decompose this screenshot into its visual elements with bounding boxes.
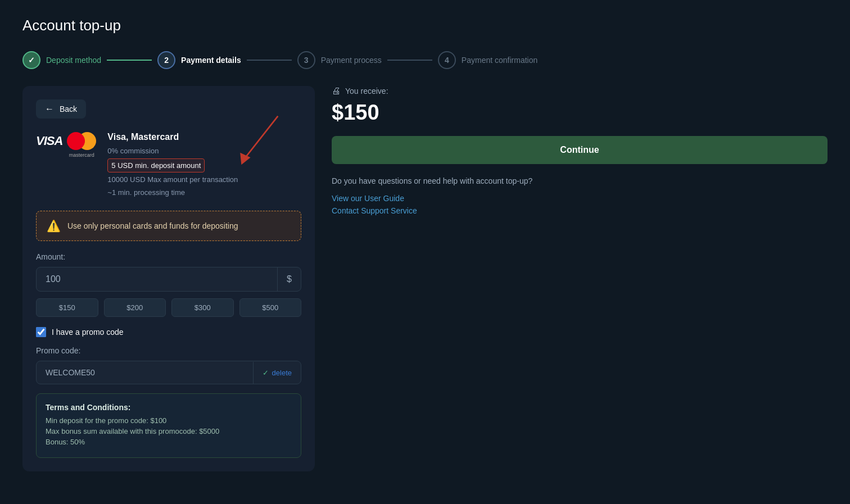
mastercard-logo: mastercard bbox=[67, 132, 96, 150]
promo-input[interactable] bbox=[37, 361, 253, 384]
step-1-circle: ✓ bbox=[22, 51, 40, 69]
currency-symbol: $ bbox=[277, 267, 301, 291]
back-arrow-icon: ← bbox=[45, 104, 54, 114]
receive-icon: 🖨 bbox=[332, 86, 341, 96]
left-panel: ← Back VISA mastercard Visa, Mastercard … bbox=[22, 86, 315, 471]
commission-text: 0% commission bbox=[107, 146, 301, 157]
promo-code-label: Promo code: bbox=[36, 346, 301, 355]
step-2-label: Payment details bbox=[181, 56, 241, 65]
connector-2 bbox=[247, 60, 292, 61]
amount-label: Amount: bbox=[36, 252, 301, 261]
card-info: VISA mastercard Visa, Mastercard 0% comm… bbox=[36, 132, 301, 199]
warning-text: Use only personal cards and funds for de… bbox=[67, 221, 238, 230]
step-4-label: Payment confirmation bbox=[462, 56, 537, 65]
visa-logo: VISA bbox=[36, 134, 62, 148]
step-4-circle: 4 bbox=[438, 51, 456, 69]
card-logos: VISA mastercard bbox=[36, 132, 96, 150]
min-deposit-highlight: 5 USD min. deposit amount bbox=[107, 158, 205, 173]
quick-amount-150[interactable]: $150 bbox=[36, 298, 98, 317]
mc-label: mastercard bbox=[67, 152, 96, 158]
terms-item-1: Max bonus sum available with this promoc… bbox=[46, 427, 292, 435]
delete-label: delete bbox=[272, 369, 292, 377]
step-3-circle: 3 bbox=[297, 51, 315, 69]
quick-amount-500[interactable]: $500 bbox=[239, 298, 302, 317]
terms-title: Terms and Conditions: bbox=[46, 403, 292, 412]
step-2: 2 Payment details bbox=[157, 51, 241, 69]
step-2-circle: 2 bbox=[157, 51, 175, 69]
min-deposit-text: 5 USD min. deposit amount bbox=[107, 158, 301, 173]
stepper: ✓ Deposit method 2 Payment details 3 Pay… bbox=[22, 51, 828, 69]
receive-label: 🖨 You receive: bbox=[332, 86, 828, 96]
terms-box: Terms and Conditions: Min deposit for th… bbox=[36, 393, 301, 458]
delete-promo-button[interactable]: ✓ delete bbox=[253, 362, 301, 384]
card-details: Visa, Mastercard 0% commission 5 USD min… bbox=[107, 132, 301, 199]
amount-input-row: $ bbox=[36, 267, 301, 292]
promo-check-row: I have a promo code bbox=[36, 327, 301, 337]
back-label: Back bbox=[60, 105, 77, 113]
connector-3 bbox=[387, 60, 432, 61]
back-button[interactable]: ← Back bbox=[36, 99, 86, 119]
help-text: Do you have questions or need help with … bbox=[332, 175, 828, 187]
support-link[interactable]: Contact Support Service bbox=[332, 206, 828, 215]
receive-amount: $150 bbox=[332, 101, 828, 125]
processing-time-text: ~1 min. processing time bbox=[107, 187, 301, 198]
receive-label-text: You receive: bbox=[345, 87, 388, 96]
promo-checkbox[interactable] bbox=[36, 327, 46, 337]
user-guide-link[interactable]: View our User Guide bbox=[332, 194, 828, 203]
max-amount-text: 10000 USD Max amount per transaction bbox=[107, 174, 301, 185]
continue-button[interactable]: Continue bbox=[332, 136, 828, 164]
promo-check-label: I have a promo code bbox=[52, 328, 124, 337]
main-content: ← Back VISA mastercard Visa, Mastercard … bbox=[22, 86, 828, 471]
step-3-label: Payment process bbox=[321, 56, 382, 65]
right-panel: 🖨 You receive: $150 Continue Do you have… bbox=[332, 86, 828, 219]
step-4: 4 Payment confirmation bbox=[438, 51, 537, 69]
step-3: 3 Payment process bbox=[297, 51, 382, 69]
terms-item-2: Bonus: 50% bbox=[46, 438, 292, 446]
step-1-label: Deposit method bbox=[46, 56, 101, 65]
card-name: Visa, Mastercard bbox=[107, 132, 301, 142]
page-title: Account top-up bbox=[22, 17, 828, 34]
quick-amount-300[interactable]: $300 bbox=[171, 298, 234, 317]
quick-amounts: $150 $200 $300 $500 bbox=[36, 298, 301, 317]
warning-box: ⚠️ Use only personal cards and funds for… bbox=[36, 211, 301, 241]
warning-icon: ⚠️ bbox=[47, 219, 61, 233]
promo-input-row: ✓ delete bbox=[36, 361, 301, 384]
connector-1 bbox=[107, 60, 152, 61]
step-1: ✓ Deposit method bbox=[22, 51, 101, 69]
quick-amount-200[interactable]: $200 bbox=[104, 298, 166, 317]
delete-check-icon: ✓ bbox=[263, 369, 269, 377]
amount-input[interactable] bbox=[37, 267, 277, 291]
terms-item-0: Min deposit for the promo code: $100 bbox=[46, 416, 292, 425]
